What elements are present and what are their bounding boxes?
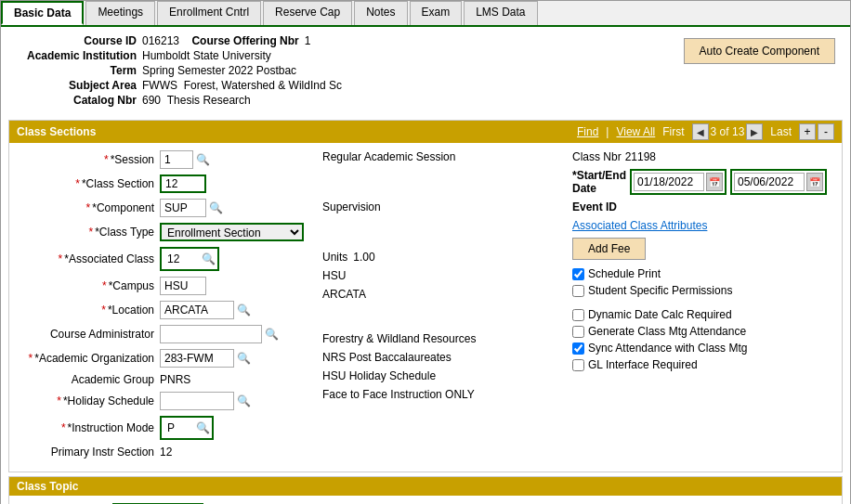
location-input[interactable] — [160, 301, 234, 319]
tab-basic-data[interactable]: Basic Data — [1, 1, 84, 25]
units-label: Units — [322, 251, 347, 264]
location-label: *Location — [24, 304, 154, 317]
gl-interface-label: GL Interface Required — [588, 358, 698, 371]
component-input[interactable] — [160, 199, 206, 217]
generate-mtg-checkbox[interactable] — [572, 326, 584, 338]
subject-area-label: Subject Area — [16, 79, 137, 92]
last-label: Last — [770, 125, 792, 138]
associated-class-wrap: 🔍 — [160, 247, 219, 271]
class-topic-title: Class Topic — [17, 480, 78, 493]
acad-group-row: Academic Group PNRS — [24, 373, 304, 386]
primary-instr-label: Primary Instr Section — [24, 446, 154, 459]
instruction-mode-input[interactable] — [164, 419, 191, 437]
acad-group-desc-row: NRS Post Baccalaureates — [322, 351, 554, 364]
schedule-print-checkbox[interactable] — [572, 268, 584, 280]
generate-mtg-row: Generate Class Mtg Attendance — [572, 325, 827, 338]
holiday-sched-search-icon[interactable]: 🔍 — [236, 394, 251, 408]
auto-create-button[interactable]: Auto Create Component — [684, 38, 835, 64]
section-header-controls: Find | View All First ◀ 3 of 13 ▶ Last +… — [577, 123, 834, 140]
next-btn[interactable]: ▶ — [746, 123, 763, 140]
catalog-nbr-desc: Thesis Research — [167, 94, 251, 107]
class-section-label: *Class Section — [24, 177, 154, 190]
prev-btn[interactable]: ◀ — [692, 123, 709, 140]
student-specific-checkbox[interactable] — [572, 285, 584, 297]
event-id-row: Event ID — [572, 200, 827, 213]
course-offering-label: Course Offering Nbr — [191, 34, 298, 47]
units-value: 1.00 — [353, 251, 374, 264]
view-all-link[interactable]: View All — [616, 125, 655, 138]
header-info: Course ID 016213 Course Offering Nbr 1 A… — [16, 34, 342, 109]
dynamic-date-checkbox[interactable] — [572, 309, 584, 321]
event-id-label: Event ID — [572, 200, 617, 213]
class-topic-panel: Class Topic Course Topic ID 🔍 Print Topi… — [8, 476, 843, 504]
location-desc: ARCATA — [322, 288, 366, 301]
supervision-label: Supervision — [322, 200, 381, 213]
course-admin-input[interactable] — [160, 325, 262, 343]
associated-class-input[interactable] — [164, 250, 197, 268]
institution-value: Humboldt State University — [142, 49, 271, 62]
instruction-mode-search-icon[interactable]: 🔍 — [195, 420, 210, 435]
end-date-input[interactable] — [734, 173, 805, 191]
subject-area-value: FWWS — [142, 79, 177, 92]
holiday-desc-row: HSU Holiday Schedule — [322, 369, 554, 382]
sync-attendance-checkbox[interactable] — [572, 342, 584, 355]
first-label: First — [662, 125, 684, 138]
right-column: Class Nbr 21198 *Start/End Date 📅 📅 — [572, 150, 827, 464]
instruction-mode-desc-row: Face to Face Instruction ONLY — [322, 388, 554, 401]
associated-class-search-icon[interactable]: 🔍 — [201, 252, 216, 266]
gl-interface-checkbox[interactable] — [572, 359, 584, 371]
holiday-sched-input[interactable] — [160, 392, 234, 410]
component-label: *Component — [24, 201, 154, 214]
section-body: *Session 🔍 *Class Section *Component 🔍 *… — [9, 143, 842, 472]
instruction-mode-label: *Instruction Mode — [24, 421, 154, 434]
find-link[interactable]: Find — [577, 125, 598, 138]
holiday-sched-row: *Holiday Schedule 🔍 — [24, 392, 304, 410]
nav-controls: ◀ 3 of 13 ▶ — [692, 123, 764, 140]
acad-org-label: *Academic Organization — [24, 352, 154, 365]
units-row: Units 1.00 — [322, 251, 554, 264]
remove-section-btn[interactable]: - — [818, 123, 834, 140]
assoc-class-attr-link[interactable]: Associated Class Attributes — [572, 219, 707, 232]
session-input[interactable] — [160, 150, 193, 169]
acad-org-input[interactable] — [160, 349, 234, 368]
component-search-icon[interactable]: 🔍 — [208, 200, 223, 215]
sync-attendance-row: Sync Attendance with Class Mtg — [572, 342, 827, 355]
auto-create-area: Auto Create Component — [684, 34, 835, 109]
acad-group-label: Academic Group — [24, 373, 154, 386]
add-remove-controls: + - — [799, 123, 834, 140]
course-admin-search-icon[interactable]: 🔍 — [264, 327, 279, 342]
campus-desc-row: HSU — [322, 269, 554, 282]
class-sections-title: Class Sections — [17, 125, 96, 138]
class-section-input[interactable] — [160, 174, 206, 193]
acad-org-search-icon[interactable]: 🔍 — [236, 351, 251, 366]
add-section-btn[interactable]: + — [799, 123, 816, 140]
campus-input[interactable] — [160, 277, 206, 295]
tab-reserve-cap[interactable]: Reserve Cap — [263, 1, 352, 25]
class-nbr-value: 21198 — [625, 150, 656, 163]
location-search-icon[interactable]: 🔍 — [236, 303, 251, 317]
class-topic-header: Class Topic — [9, 477, 842, 496]
class-type-select[interactable]: Enrollment Section Non-Enrollment Sectio… — [160, 223, 304, 241]
class-sections-panel: Class Sections Find | View All First ◀ 3… — [8, 120, 843, 472]
session-search-icon[interactable]: 🔍 — [195, 152, 210, 167]
campus-label: *Campus — [24, 279, 154, 292]
institution-label: Academic Institution — [16, 49, 137, 62]
add-fee-button[interactable]: Add Fee — [572, 238, 646, 260]
location-row: *Location 🔍 — [24, 301, 304, 319]
term-value: Spring Semester 2022 Postbac — [142, 64, 296, 77]
holiday-desc: HSU Holiday Schedule — [322, 369, 436, 382]
tab-lms-data[interactable]: LMS Data — [464, 1, 537, 25]
session-row: *Session 🔍 — [24, 150, 304, 169]
tab-notes[interactable]: Notes — [354, 1, 407, 25]
holiday-sched-label: *Holiday Schedule — [24, 394, 154, 407]
start-date-input[interactable] — [634, 173, 704, 191]
tab-meetings[interactable]: Meetings — [85, 1, 155, 25]
supervision-row: Supervision — [322, 200, 554, 213]
start-date-cal-btn[interactable]: 📅 — [706, 173, 723, 191]
tab-exam[interactable]: Exam — [410, 1, 463, 25]
course-admin-row: Course Administrator 🔍 — [24, 325, 304, 343]
end-date-cal-btn[interactable]: 📅 — [806, 173, 823, 191]
left-column: *Session 🔍 *Class Section *Component 🔍 *… — [24, 150, 304, 464]
instruction-mode-row: *Instruction Mode 🔍 — [24, 416, 304, 440]
tab-enrollment-cntrl[interactable]: Enrollment Cntrl — [157, 1, 261, 25]
